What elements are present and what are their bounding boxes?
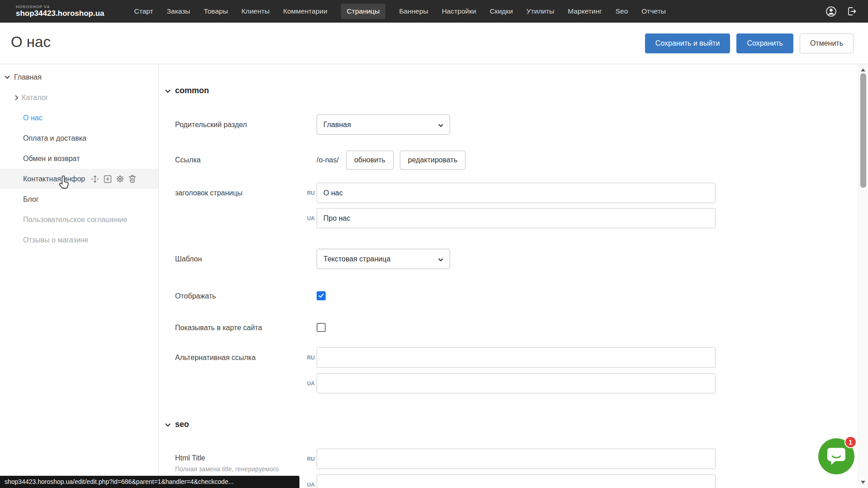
main-nav: Старт Заказы Товары Клиенты Комментарии … xyxy=(134,4,666,19)
tree-item-store-reviews[interactable]: Отзывы о магазине xyxy=(0,230,158,250)
nav-start[interactable]: Старт xyxy=(134,7,153,15)
brand-logo[interactable]: HOROSHOP V4 shop34423.horoshop.ua xyxy=(16,5,104,17)
status-url-tooltip: shop34423.horoshop.ua/edit/edit.php?id=6… xyxy=(0,476,299,488)
nav-reports[interactable]: Отчеты xyxy=(641,7,666,15)
html-title-ua-input[interactable] xyxy=(317,474,716,488)
page-heading-ru-input[interactable] xyxy=(317,183,716,203)
add-page-icon[interactable] xyxy=(104,175,112,183)
chat-widget-button[interactable]: 1 xyxy=(818,438,854,474)
tree-item-exchange-return[interactable]: Обмен и возврат xyxy=(0,148,158,169)
section-common[interactable]: common xyxy=(165,84,209,97)
link-edit-button[interactable]: редактировать xyxy=(400,151,465,170)
tree-item-label: Обмен и возврат xyxy=(23,155,80,163)
logout-icon[interactable] xyxy=(846,6,857,17)
vertical-scrollbar[interactable] xyxy=(858,64,868,488)
tree-item-label: О нас xyxy=(23,114,43,122)
settings-gear-icon[interactable] xyxy=(116,175,124,183)
chat-unread-badge: 1 xyxy=(844,436,857,448)
nav-clients[interactable]: Клиенты xyxy=(242,7,270,15)
nav-seo[interactable]: Seo xyxy=(616,7,628,15)
chevron-down-icon xyxy=(165,420,171,429)
nav-comments[interactable]: Комментарии xyxy=(283,7,327,15)
field-label: Ссылка xyxy=(175,150,201,170)
nav-marketing[interactable]: Маркетинг xyxy=(568,7,602,15)
alt-link-ru-input[interactable] xyxy=(317,347,716,368)
drag-move-icon[interactable] xyxy=(90,175,100,184)
tree-item-contact-info[interactable]: Контактная инфор xyxy=(0,169,158,189)
tree-item-label: Блог xyxy=(23,195,39,204)
field-sitemap: Показывать в карте сайта xyxy=(159,317,858,338)
select-value: Главная xyxy=(323,121,351,129)
parent-section-select[interactable]: Главная xyxy=(317,114,450,135)
field-html-title-ru: Html Title Полная замена title, генериру… xyxy=(159,449,858,469)
section-title: common xyxy=(175,86,209,95)
section-seo[interactable]: seo xyxy=(165,417,189,431)
chevron-down-icon xyxy=(5,76,10,79)
field-alt-link-ua: UA xyxy=(159,373,858,393)
lang-badge-ru: RU xyxy=(295,347,315,368)
chevron-right-icon xyxy=(15,95,19,100)
save-button[interactable]: Сохранить xyxy=(736,33,793,53)
alt-link-ua-input[interactable] xyxy=(317,373,716,393)
field-display: Отображать xyxy=(159,286,858,306)
field-label: Шаблон xyxy=(175,249,202,269)
tree-item-about-us[interactable]: О нас xyxy=(0,108,158,128)
tree-item-home[interactable]: Главная xyxy=(0,67,158,87)
tree-item-payment-delivery[interactable]: Оплата и доставка xyxy=(0,128,158,148)
field-alt-link-ru: Альтернативная ссылка RU xyxy=(159,347,858,368)
field-label: Родительский раздел xyxy=(175,114,247,135)
template-select[interactable]: Текстовая страница xyxy=(317,249,450,269)
tree-item-catalog[interactable]: Каталог xyxy=(0,87,158,108)
tree-item-blog[interactable]: Блог xyxy=(0,189,158,209)
lang-badge-ru: RU xyxy=(295,183,315,203)
cancel-button[interactable]: Отменить xyxy=(800,33,854,53)
field-link: Ссылка /o-nas/ обновить редактировать xyxy=(159,150,858,170)
nav-banners[interactable]: Баннеры xyxy=(399,7,428,15)
link-update-button[interactable]: обновить xyxy=(346,151,394,170)
topbar-right xyxy=(825,5,857,18)
section-title: seo xyxy=(175,420,189,429)
tree-item-user-agreement[interactable]: Пользовательское соглашение xyxy=(0,209,158,230)
nav-pages[interactable]: Страницы xyxy=(341,4,386,19)
nav-products[interactable]: Товары xyxy=(204,7,228,15)
nav-settings[interactable]: Настройки xyxy=(442,7,476,15)
html-title-ru-input[interactable] xyxy=(317,449,716,469)
field-page-heading-ru: заголовок страницы RU xyxy=(159,183,858,203)
nav-utilities[interactable]: Утилиты xyxy=(526,7,555,15)
display-checkbox[interactable] xyxy=(317,291,326,300)
tree-item-label: Пользовательское соглашение xyxy=(23,216,127,224)
page-header: О нас Сохранить и выйти Сохранить Отмени… xyxy=(0,23,868,64)
delete-trash-icon[interactable] xyxy=(128,175,136,183)
chevron-down-icon xyxy=(438,255,443,263)
chevron-down-icon xyxy=(165,86,171,95)
app-root: HOROSHOP V4 shop34423.horoshop.ua Старт … xyxy=(0,0,868,488)
scroll-down-arrow-icon[interactable] xyxy=(861,481,865,484)
scrollbar-thumb[interactable] xyxy=(860,73,866,188)
save-exit-button[interactable]: Сохранить и выйти xyxy=(645,33,730,53)
tree-item-label: Оплата и доставка xyxy=(23,134,86,142)
tree-item-label: Отзывы о магазине xyxy=(23,236,89,244)
field-label: Отображать xyxy=(175,286,216,306)
chevron-down-icon xyxy=(438,121,443,129)
pages-tree-sidebar: Главная Каталог О нас Оплата и доставка … xyxy=(0,64,159,488)
chat-bubble-icon xyxy=(826,446,847,466)
field-parent-section: Родительский раздел Главная xyxy=(159,114,858,135)
page-title: О нас xyxy=(11,33,51,51)
scroll-up-arrow-icon[interactable] xyxy=(861,68,865,71)
field-label: заголовок страницы xyxy=(175,183,242,203)
lang-badge-ua: UA xyxy=(295,373,315,393)
header-actions: Сохранить и выйти Сохранить Отменить xyxy=(645,33,854,53)
lang-badge-ru: RU xyxy=(295,449,315,469)
nav-discounts[interactable]: Скидки xyxy=(490,7,513,15)
field-label: Показывать в карте сайта xyxy=(175,317,262,338)
link-path: /o-nas/ xyxy=(317,156,339,164)
field-page-heading-ua: UA xyxy=(159,208,858,228)
brand-domain-label: shop34423.horoshop.ua xyxy=(16,9,104,18)
page-heading-ua-input[interactable] xyxy=(317,208,716,228)
tree-item-label: Контактная инфор xyxy=(23,175,85,183)
tree-item-actions xyxy=(90,175,136,184)
nav-orders[interactable]: Заказы xyxy=(167,7,190,15)
account-icon[interactable] xyxy=(825,5,837,18)
sitemap-checkbox[interactable] xyxy=(317,323,326,332)
topbar: HOROSHOP V4 shop34423.horoshop.ua Старт … xyxy=(0,0,868,23)
